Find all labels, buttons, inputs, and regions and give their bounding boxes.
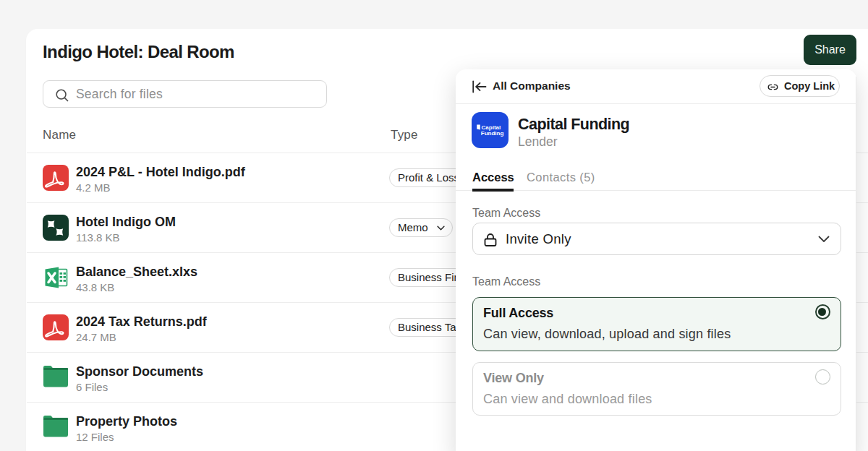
- svg-text:Funding: Funding: [481, 130, 504, 137]
